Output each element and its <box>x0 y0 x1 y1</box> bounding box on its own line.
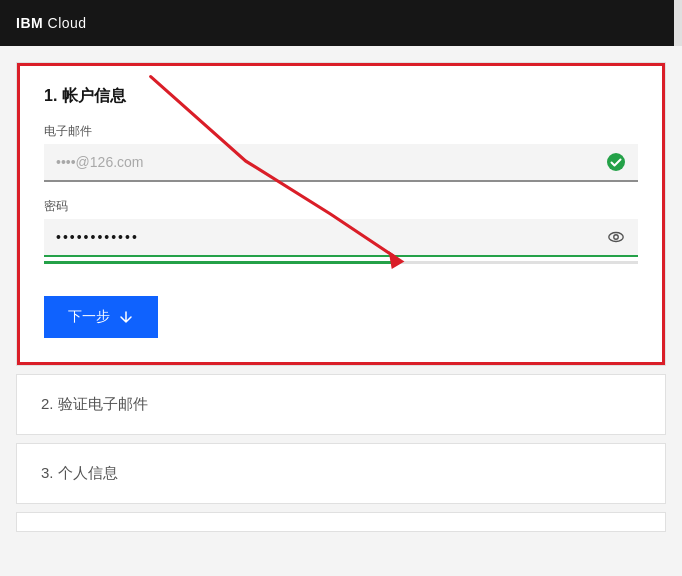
next-arrow-icon <box>118 309 134 325</box>
section2-card: 2. 验证电子邮件 <box>16 374 666 435</box>
email-input-value[interactable]: ••••@126.com <box>56 154 606 170</box>
svg-point-2 <box>609 233 623 242</box>
section3-card: 3. 个人信息 <box>16 443 666 504</box>
svg-point-3 <box>614 235 619 240</box>
password-field-group: 密码 •••••••••••• <box>44 198 638 264</box>
password-label: 密码 <box>44 198 638 215</box>
password-strength-bar <box>44 261 638 264</box>
next-button-label: 下一步 <box>68 308 110 326</box>
next-button[interactable]: 下一步 <box>44 296 158 338</box>
app-header: IBM Cloud <box>0 0 682 46</box>
section1-card: 1. 帐户信息 电子邮件 ••••@126.com <box>16 62 666 366</box>
password-input-wrapper: •••••••••••• <box>44 219 638 257</box>
main-content: 1. 帐户信息 电子邮件 ••••@126.com <box>0 46 682 576</box>
email-valid-icon <box>606 152 626 172</box>
svg-point-1 <box>607 153 625 171</box>
section4-partial <box>16 512 666 532</box>
section2-title: 2. 验证电子邮件 <box>41 395 148 412</box>
email-field-group: 电子邮件 ••••@126.com <box>44 123 638 182</box>
password-strength-fill <box>44 261 400 264</box>
section3-title: 3. 个人信息 <box>41 464 118 481</box>
email-label: 电子邮件 <box>44 123 638 140</box>
password-input-value[interactable]: •••••••••••• <box>56 229 606 245</box>
app-title: IBM Cloud <box>16 15 87 31</box>
section1-title: 1. 帐户信息 <box>44 86 638 107</box>
password-toggle-icon[interactable] <box>606 227 626 247</box>
email-input-wrapper: ••••@126.com <box>44 144 638 182</box>
section1-inner: 1. 帐户信息 电子邮件 ••••@126.com <box>17 63 665 365</box>
